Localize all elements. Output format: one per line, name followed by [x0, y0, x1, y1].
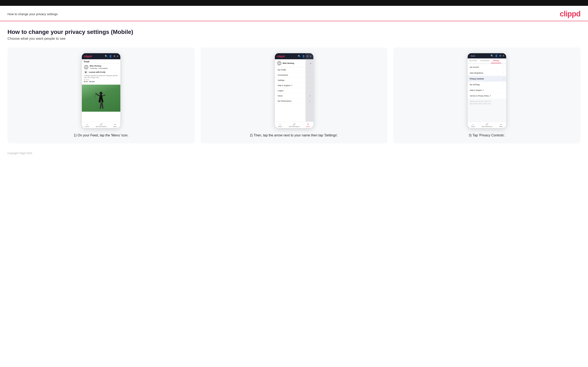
- chevron-mygolfbag: ›: [503, 83, 504, 86]
- menu-home-label: Home: [278, 95, 283, 97]
- home-icon-3: ⌂: [472, 123, 474, 125]
- phone-screen-1: clippd 🔍 👤 ⚙ ▾ Feed BM: [82, 53, 120, 128]
- settings-item-mygolfbag-label: My Golf Bag: [470, 83, 480, 86]
- bottom-nav-performance[interactable]: 📈 My Performance: [96, 123, 106, 127]
- bottom-nav-home-3[interactable]: ⌂ Home: [471, 123, 475, 127]
- close-icon: ✕: [307, 123, 309, 125]
- phone-mockup-1: clippd 🔍 👤 ⚙ ▾ Feed BM: [82, 53, 120, 128]
- user-icon-2[interactable]: 👤: [302, 55, 305, 58]
- settings-tabs: My Profile Connections Settings: [468, 58, 506, 63]
- feed-user-info: Blair McHarg Yesterday · Sunningdale: [90, 65, 108, 69]
- settings-icon[interactable]: ⚙: [113, 55, 116, 58]
- lesson-title: Lesson with Fordy: [89, 71, 105, 73]
- bottom-nav-home-label-2: Home: [278, 126, 282, 127]
- navbar-icons-1: 🔍 👤 ⚙ ▾: [105, 55, 118, 58]
- footer: Copyright Clippd 2022: [0, 148, 588, 159]
- app-logo-2: clippd: [277, 55, 285, 58]
- bottom-nav-close[interactable]: ✕ Menu: [306, 123, 310, 127]
- menu-user-left: BM Blair McHarg: [277, 61, 294, 66]
- dim-overlay: [305, 53, 313, 128]
- header-title: How to change your privacy settings: [8, 12, 58, 16]
- settings-item-privacycontrols[interactable]: Privacy Controls ›: [468, 76, 506, 82]
- settings-icon-3[interactable]: ⚙: [499, 54, 502, 57]
- bottom-nav-menu-label-3: Menu: [499, 126, 503, 127]
- feed-duration-label: Duration: [84, 79, 118, 81]
- feed-desc: Looking to feel like my hands are exitin…: [84, 75, 118, 78]
- main-content: How to change your privacy settings (Mob…: [0, 21, 588, 148]
- bottom-nav-menu-label: Menu: [113, 126, 117, 127]
- page-subtitle: Choose what you want people to see: [8, 37, 580, 41]
- home-icon: ⌂: [86, 123, 88, 125]
- logo: clippd: [560, 9, 580, 18]
- chevron-myaccount: ›: [503, 66, 504, 68]
- navbar-icons-3: 🔍 👤 ⚙ ▾: [491, 54, 504, 57]
- bottom-nav-perf-label-2: My Performance: [289, 126, 299, 127]
- menu-icon-3: ≡: [500, 123, 502, 125]
- tab-settings[interactable]: Settings: [491, 58, 501, 63]
- settings-item-serviceprivacy[interactable]: Service & Privacy Policy ↗: [468, 93, 506, 99]
- feed-label: Feed: [82, 59, 120, 64]
- settings-item-privacycontrols-label: Privacy Controls: [470, 78, 484, 80]
- home-icon-2: ⌂: [279, 123, 281, 125]
- menu-user-name: Blair McHarg: [283, 62, 294, 64]
- tab-connections[interactable]: Connections: [478, 58, 491, 63]
- chevron-down-icon[interactable]: ▾: [117, 55, 118, 58]
- svg-point-0: [100, 92, 103, 95]
- bottom-nav-perf-label-3: My Performance: [482, 126, 493, 127]
- chevron-down-icon-3[interactable]: ▾: [503, 54, 504, 57]
- bottom-nav-performance-3[interactable]: 📈 My Performance: [482, 123, 493, 127]
- bottom-nav-performance-2[interactable]: 📈 My Performance: [289, 123, 299, 127]
- performance-icon: 📈: [100, 123, 103, 125]
- phone-mockup-3: ‹ Back 🔍 👤 ⚙ ▾ My Profile Connections Se…: [468, 53, 506, 128]
- tab-myprofile[interactable]: My Profile: [468, 58, 478, 63]
- step-2-desc: 2) Then, tap the arrow next to your name…: [250, 133, 338, 138]
- app-logo-1: clippd: [84, 55, 92, 58]
- feed-screen: Feed BM Blair McHarg Yesterday · Sunning…: [82, 59, 120, 122]
- golf-image: [82, 85, 120, 112]
- search-icon-3[interactable]: 🔍: [491, 54, 493, 57]
- step-1-card: clippd 🔍 👤 ⚙ ▾ Feed BM: [8, 47, 195, 143]
- settings-item-mygolfbag[interactable]: My Golf Bag ›: [468, 82, 506, 87]
- step-1-desc: 1) On your Feed, tap the 'Menu' icon.: [74, 133, 129, 138]
- settings-item-myaccount[interactable]: My Account ›: [468, 64, 506, 70]
- step-3-card: ‹ Back 🔍 👤 ⚙ ▾ My Profile Connections Se…: [393, 47, 580, 143]
- settings-back-bar: ‹ Back 🔍 👤 ⚙ ▾: [468, 53, 506, 58]
- settings-item-helpsupport[interactable]: Help & Support ↗: [468, 88, 506, 93]
- chevron-privacycontrols: ›: [503, 78, 504, 80]
- settings-item-dataintegrations-label: Data Integrations: [470, 72, 483, 74]
- menu-icon: ≡: [114, 123, 116, 125]
- chevron-dataintegrations: ›: [503, 72, 504, 74]
- steps-row: clippd 🔍 👤 ⚙ ▾ Feed BM: [8, 47, 580, 143]
- page-title: How to change your privacy settings (Mob…: [8, 29, 580, 35]
- menu-perf-label: My Performance: [278, 100, 292, 102]
- bottom-nav-menu[interactable]: ≡ Menu: [113, 123, 117, 127]
- back-button[interactable]: ‹ Back: [470, 55, 475, 57]
- settings-item-dataintegrations[interactable]: Data Integrations ›: [468, 70, 506, 76]
- settings-item-serviceprivacy-label: Service & Privacy Policy ↗: [470, 95, 491, 97]
- bottom-nav-home-label: Home: [85, 126, 89, 127]
- golfer-svg: [95, 91, 107, 112]
- step-2-card: clippd 🔍 👤 ⚙ ▾ BM Blair: [200, 47, 388, 143]
- search-icon-2[interactable]: 🔍: [298, 55, 301, 58]
- search-icon[interactable]: 🔍: [105, 55, 108, 58]
- bottom-nav-perf-label: My Performance: [96, 126, 106, 127]
- bottom-nav-home[interactable]: ⌂ Home: [85, 123, 89, 127]
- bottom-nav-home-label-3: Home: [471, 126, 475, 127]
- feed-user-name: Blair McHarg: [90, 65, 108, 67]
- user-icon-3[interactable]: 👤: [495, 54, 498, 57]
- app-navbar-1: clippd 🔍 👤 ⚙ ▾: [82, 53, 120, 59]
- lesson-icon: 🎓: [84, 70, 88, 74]
- phone-screen-2: clippd 🔍 👤 ⚙ ▾ BM Blair: [275, 53, 313, 128]
- bottom-nav-home-2[interactable]: ⌂ Home: [278, 123, 282, 127]
- step-3-desc: 3) Tap 'Privacy Controls'.: [469, 133, 505, 138]
- copyright: Copyright Clippd 2022: [8, 152, 32, 155]
- svg-line-1: [95, 93, 96, 97]
- menu-avatar: BM: [277, 61, 282, 66]
- feed-lesson-row: 🎓 Lesson with Fordy: [84, 70, 118, 74]
- bottom-nav-menu-3[interactable]: ≡ Menu: [499, 123, 503, 127]
- settings-version: Clippd Client Version: 2022.8.3-3GQL Ser…: [468, 99, 506, 107]
- performance-icon-2: 📈: [293, 123, 296, 125]
- settings-item-myaccount-label: My Account: [470, 66, 479, 68]
- user-icon[interactable]: 👤: [109, 55, 112, 58]
- bottom-nav-close-label: Menu: [306, 126, 310, 127]
